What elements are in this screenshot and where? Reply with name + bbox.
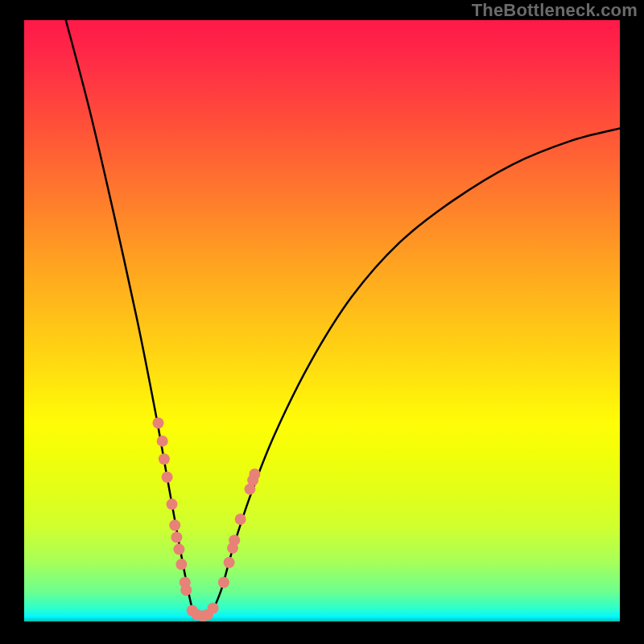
marker-dot	[187, 605, 198, 617]
marker-dot	[157, 436, 168, 447]
marker-dot	[173, 543, 184, 555]
highlighted-markers	[153, 417, 261, 621]
marker-dot	[153, 417, 164, 428]
marker-dot	[159, 453, 170, 464]
marker-dot	[235, 514, 246, 525]
marker-dot	[167, 498, 178, 510]
marker-dot	[171, 531, 182, 543]
marker-dot	[227, 543, 238, 554]
marker-dot	[229, 535, 240, 546]
marker-dot	[208, 603, 219, 614]
plot-area	[24, 20, 620, 621]
marker-dot	[249, 469, 260, 480]
chart-container: TheBottleneck.com	[0, 0, 644, 644]
marker-dot	[162, 472, 173, 483]
marker-dot	[175, 559, 187, 570]
bottleneck-curve	[66, 20, 620, 617]
marker-dot	[218, 576, 229, 588]
marker-dot	[247, 474, 258, 485]
marker-dot	[169, 519, 180, 530]
marker-dot	[180, 584, 192, 596]
marker-dot	[197, 610, 208, 621]
watermark-text: TheBottleneck.com	[472, 0, 638, 21]
marker-dot	[192, 609, 203, 621]
marker-dot	[180, 576, 191, 588]
marker-dot	[224, 557, 235, 568]
chart-svg	[24, 20, 620, 621]
marker-dot	[244, 484, 255, 495]
marker-dot	[202, 609, 213, 621]
